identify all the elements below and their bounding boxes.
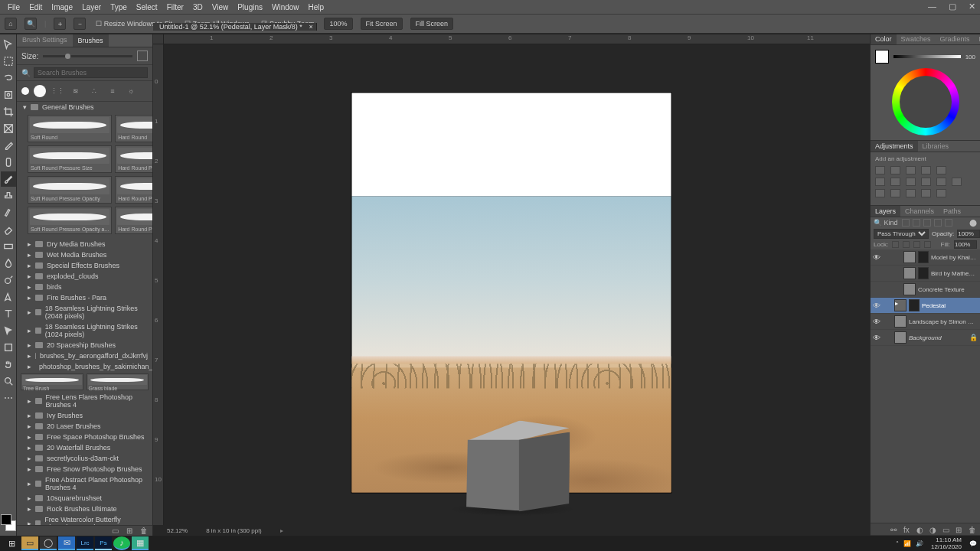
brush-folder[interactable]: ▸ Ivy Brushes <box>17 410 152 421</box>
layer-row[interactable]: 👁Model by Khaled Ghareeb <box>871 249 980 266</box>
brush-folder[interactable]: ▸ birds <box>17 282 152 292</box>
lock-position-icon[interactable] <box>903 241 910 248</box>
layer-row[interactable]: 👁▸Pedestal <box>871 298 980 314</box>
tab-brush-settings[interactable]: Brush Settings <box>17 34 73 47</box>
menu-file[interactable]: File <box>3 3 24 11</box>
home-icon[interactable]: ⌂ <box>5 18 17 30</box>
stamp-tool[interactable] <box>1 188 16 204</box>
document-canvas[interactable] <box>352 93 671 492</box>
brush-folder[interactable]: ▸ Free Watercolor Butterfly Photoshop Br… <box>17 514 152 525</box>
adj-invert-icon[interactable] <box>875 189 885 197</box>
tray-volume-icon[interactable]: 🔊 <box>916 540 923 547</box>
brush-tile[interactable]: Grass blade <box>87 373 149 390</box>
menu-help[interactable]: Help <box>304 3 329 11</box>
fill-screen-button[interactable]: Fill Screen <box>410 18 454 30</box>
move-tool[interactable] <box>1 37 16 52</box>
brush-folder[interactable]: ▸ Fire Brushes - Para <box>17 292 152 303</box>
brush-folder[interactable]: ▾ General Brushes <box>17 102 152 112</box>
brush-tile[interactable]: Soft Round Pressure Opacity a... <box>28 207 112 234</box>
menu-image[interactable]: Image <box>47 3 77 11</box>
brush-tile[interactable]: Soft Round Pressure Opacity <box>28 176 112 204</box>
tab-swatches[interactable]: Swatches <box>897 34 936 44</box>
path-select-tool[interactable] <box>1 323 16 338</box>
menu-plugins[interactable]: Plugins <box>233 3 267 11</box>
brush-folder[interactable]: ▸ photoshop_brushes_by_sakimichan_d5o8df… <box>17 361 152 372</box>
delete-layer-icon[interactable]: 🗑 <box>969 526 976 533</box>
brush-list[interactable]: ▾ General Brushes Soft RoundHard RoundSo… <box>17 102 152 525</box>
fx-icon[interactable]: fx <box>903 526 911 533</box>
brush-size-slider[interactable] <box>43 55 132 57</box>
menu-select[interactable]: Select <box>132 3 162 11</box>
adj-channelmix-icon[interactable] <box>936 178 946 186</box>
gradient-tool[interactable] <box>1 239 16 254</box>
brightness-slider[interactable] <box>893 55 961 58</box>
minimize-button[interactable]: — <box>925 2 939 11</box>
blend-mode-select[interactable]: Pass Through <box>874 229 929 239</box>
adj-levels-icon[interactable] <box>890 166 900 174</box>
filter-type-icon[interactable] <box>923 219 931 227</box>
brush-tile[interactable]: Soft Round Pressure Size <box>28 145 112 173</box>
tab-patterns[interactable]: Patterns <box>975 34 980 44</box>
adj-colorlookup-icon[interactable] <box>952 178 962 186</box>
zoom-tool-icon[interactable]: 🔍 <box>24 18 37 30</box>
lock-artboard-icon[interactable] <box>913 241 920 248</box>
brush-folder[interactable]: ▸ 20 Spaceship Brushes <box>17 340 152 350</box>
frame-tool[interactable] <box>1 121 16 136</box>
preset-icon[interactable]: ≋ <box>69 84 83 98</box>
preset-icon[interactable]: ≡ <box>106 84 119 98</box>
menu-3d[interactable]: 3D <box>188 3 207 11</box>
taskbar-clock[interactable]: 11:10 AM12/16/2020 <box>928 536 965 550</box>
brush-folder[interactable]: ▸ Free Snow Photoshop Brushes <box>17 464 152 474</box>
adj-brightness-icon[interactable] <box>875 166 885 174</box>
layer-visibility-icon[interactable] <box>873 285 880 294</box>
preset-icon[interactable]: ☼ <box>124 84 138 98</box>
color-swatch[interactable] <box>875 50 889 64</box>
layer-row[interactable]: Concrete Texture <box>871 282 980 298</box>
zoom-100-button[interactable]: 100% <box>324 18 352 30</box>
brush-folder[interactable]: ▸ 18 Seamless Lightning Strikes (1024 pi… <box>17 321 152 340</box>
layer-list[interactable]: 👁Model by Khaled Ghareeb Bird by Mathew … <box>871 249 980 523</box>
tray-wifi-icon[interactable]: 📶 <box>903 540 911 547</box>
tab-layers[interactable]: Layers <box>871 206 900 217</box>
adj-threshold-icon[interactable] <box>906 189 916 197</box>
preset-icon[interactable] <box>21 87 29 95</box>
menu-edit[interactable]: Edit <box>24 3 47 11</box>
pen-tool[interactable] <box>1 289 16 305</box>
blur-tool[interactable] <box>1 256 16 271</box>
brush-folder[interactable]: ▸ Free Abstract Planet Photoshop Brushes… <box>17 474 152 493</box>
lock-pixels-icon[interactable] <box>892 241 899 248</box>
hue-wheel[interactable] <box>892 68 959 135</box>
taskbar-chrome[interactable]: ◯ <box>40 536 57 550</box>
taskbar-spotify[interactable]: ♪ <box>113 536 130 550</box>
menu-filter[interactable]: Filter <box>162 3 188 11</box>
marquee-tool[interactable] <box>1 54 16 69</box>
brush-folder[interactable]: ▸ 20 Laser Brushes <box>17 421 152 432</box>
tray-notifications-icon[interactable]: 💬 <box>969 540 977 547</box>
adj-posterize-icon[interactable] <box>890 189 900 197</box>
start-button[interactable]: ⊞ <box>3 536 20 550</box>
tab-color[interactable]: Color <box>871 34 897 44</box>
preset-icon[interactable] <box>34 85 46 97</box>
eraser-tool[interactable] <box>1 222 16 237</box>
taskbar-mail[interactable]: ✉ <box>58 536 75 550</box>
brush-folder[interactable]: ▸ Dry Media Brushes <box>17 239 152 249</box>
filter-shape-icon[interactable] <box>934 219 942 227</box>
tab-gradients[interactable]: Gradients <box>936 34 975 44</box>
brush-tile[interactable]: Soft Round <box>28 115 112 142</box>
taskbar-explorer[interactable]: ▭ <box>21 536 38 550</box>
adj-exposure-icon[interactable] <box>921 166 931 174</box>
brush-folder[interactable]: ▸ 10squarebrushset <box>17 493 152 504</box>
menu-window[interactable]: Window <box>267 3 304 11</box>
brush-search-input[interactable] <box>34 67 148 78</box>
brush-tile[interactable]: Hard Round Pressure Opacity <box>115 176 152 204</box>
filter-adj-icon[interactable] <box>913 219 920 227</box>
new-brush-preview[interactable] <box>137 51 148 61</box>
tab-adjustments[interactable]: Adjustments <box>871 141 918 152</box>
brush-folder[interactable]: ▸ Free Space Photoshop Brushes <box>17 432 152 442</box>
brush-folder[interactable]: ▸ brushes_by_aerongafford_dxJkrrfvj <box>17 350 152 361</box>
tray-chevron-icon[interactable]: ˄ <box>896 540 899 547</box>
layer-visibility-icon[interactable]: 👁 <box>873 318 880 326</box>
new-group-icon[interactable]: ▭ <box>942 526 950 533</box>
fg-color[interactable] <box>1 514 11 525</box>
brush-folder[interactable]: ▸ 20 Waterfall Brushes <box>17 442 152 453</box>
